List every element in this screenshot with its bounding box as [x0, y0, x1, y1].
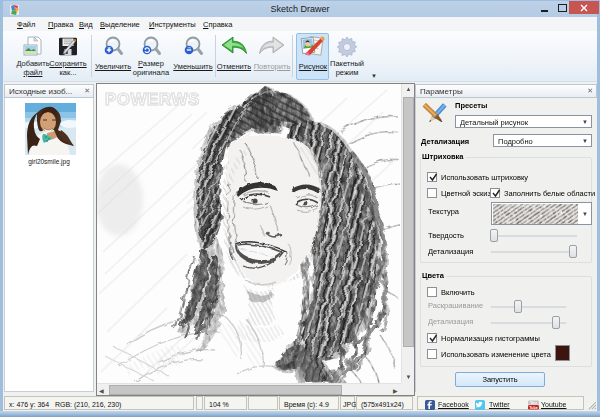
- svg-text:POWERWS: POWERWS: [105, 90, 200, 109]
- svg-text:You: You: [530, 401, 537, 405]
- svg-text:Tube: Tube: [529, 406, 537, 410]
